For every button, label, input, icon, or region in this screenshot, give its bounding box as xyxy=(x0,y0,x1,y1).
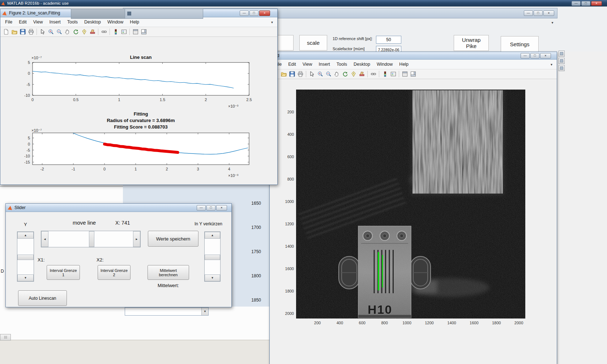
edit-plot-icon[interactable] xyxy=(308,70,316,78)
data-cursor-icon[interactable] xyxy=(349,70,358,78)
hide-plot-tools-icon[interactable] xyxy=(401,70,409,78)
scroll-up-icon[interactable]: ▲ xyxy=(205,232,220,239)
scroll-track[interactable] xyxy=(17,239,34,274)
side-panel-button[interactable] xyxy=(559,51,565,57)
open-file-icon[interactable] xyxy=(279,70,288,78)
scroll-right-icon[interactable]: ► xyxy=(133,231,140,247)
figure2-close-button[interactable]: × xyxy=(259,10,270,16)
side-panel-button[interactable] xyxy=(559,58,565,64)
link-plot-icon[interactable] xyxy=(369,70,377,78)
right-figure-window[interactable]: d — □ × FileEditViewInsertToolsDesktopWi… xyxy=(269,52,557,364)
menu-view[interactable]: View xyxy=(299,60,316,68)
figure-maximize-button[interactable]: □ xyxy=(530,53,539,58)
interval-limit-1-button[interactable]: Interval Grenze 1 xyxy=(47,265,80,280)
menu-help[interactable]: Help xyxy=(127,18,142,26)
scroll-left-icon[interactable]: ◄ xyxy=(41,231,48,247)
rotate-3d-icon[interactable] xyxy=(341,70,349,78)
brush-icon[interactable] xyxy=(88,28,97,36)
move-line-slider[interactable]: ◄ ► xyxy=(41,231,141,247)
menu-overflow-icon[interactable]: ▾ xyxy=(271,20,273,24)
figure2-minimize-button[interactable]: — xyxy=(240,10,249,16)
save-values-button[interactable]: Werte speichern xyxy=(148,231,198,247)
menu-desktop[interactable]: Desktop xyxy=(81,18,104,26)
menu-window[interactable]: Window xyxy=(104,18,127,26)
menu-file[interactable]: File xyxy=(2,18,16,26)
background-menu-overflow-icon[interactable]: ▾ xyxy=(550,21,555,26)
slider-window[interactable]: Slider — □ × Y move line X: 741 In Y ver… xyxy=(5,203,232,307)
y-slider-left[interactable]: ▲ ▼ xyxy=(17,231,34,282)
insert-colorbar-icon[interactable] xyxy=(111,28,120,36)
menu-help[interactable]: Help xyxy=(396,60,412,68)
background-minimize-button[interactable]: — xyxy=(524,10,533,16)
insert-legend-icon[interactable] xyxy=(120,28,128,36)
new-figure-icon[interactable] xyxy=(2,28,10,36)
menu-edit[interactable]: Edit xyxy=(285,60,299,68)
zoom-in-icon[interactable] xyxy=(47,28,55,36)
open-file-icon[interactable] xyxy=(10,28,18,36)
data-cursor-icon[interactable] xyxy=(80,28,88,36)
right-figure-titlebar[interactable]: d — □ × xyxy=(270,52,557,60)
compute-mean-button[interactable]: Mittelwert berechnen xyxy=(148,265,189,280)
value-dropdown[interactable]: ▼ xyxy=(125,307,209,316)
insert-legend-icon[interactable] xyxy=(389,70,397,78)
zoom-out-icon[interactable] xyxy=(55,28,63,36)
save-figure-icon[interactable] xyxy=(288,70,296,78)
scroll-down-icon[interactable]: ▼ xyxy=(205,274,220,281)
settings-button[interactable]: Settings xyxy=(501,36,539,52)
scrollbar-fragment[interactable] xyxy=(0,334,11,341)
auto-linescan-button[interactable]: Auto Linescan xyxy=(18,290,67,306)
figure-close-button[interactable]: × xyxy=(540,53,551,58)
scroll-track[interactable] xyxy=(205,239,220,274)
slider-maximize-button[interactable]: □ xyxy=(206,205,215,211)
menu-window[interactable]: Window xyxy=(373,60,396,68)
hide-plot-tools-icon[interactable] xyxy=(131,28,140,36)
menu-tools[interactable]: Tools xyxy=(64,18,81,26)
scroll-track[interactable] xyxy=(48,231,133,247)
dropdown-arrow-icon[interactable]: ▼ xyxy=(201,308,208,315)
slider-titlebar[interactable]: Slider — □ × xyxy=(6,204,231,212)
rotate-3d-icon[interactable] xyxy=(72,28,80,36)
main-maximize-button[interactable]: □ xyxy=(581,1,590,6)
print-figure-icon[interactable] xyxy=(27,28,35,36)
scroll-up-icon[interactable]: ▲ xyxy=(17,232,34,239)
menu-insert[interactable]: Insert xyxy=(316,60,333,68)
scroll-thumb[interactable] xyxy=(17,255,34,260)
slider-minimize-button[interactable]: — xyxy=(197,205,206,211)
figure2-maximize-button[interactable]: □ xyxy=(249,10,258,16)
menu-edit[interactable]: Edit xyxy=(16,18,30,26)
scale-button[interactable]: scale xyxy=(299,35,327,51)
ref-shift-input[interactable]: 50 xyxy=(376,36,401,44)
figure2-window[interactable]: Figure 2: Line_scan,Fitting — □ × FileEd… xyxy=(0,9,278,185)
link-plot-icon[interactable] xyxy=(100,28,108,36)
main-minimize-button[interactable]: — xyxy=(572,1,581,6)
figure-minimize-button[interactable]: — xyxy=(521,53,530,58)
edit-plot-icon[interactable] xyxy=(38,28,47,36)
main-close-button[interactable]: × xyxy=(591,1,602,6)
menu-view[interactable]: View xyxy=(30,18,46,26)
scroll-down-icon[interactable]: ▼ xyxy=(17,274,34,281)
show-plot-tools-icon[interactable] xyxy=(140,28,148,36)
slider-close-button[interactable]: × xyxy=(216,205,227,211)
unwrap-pike-button[interactable]: Unwrap Pike xyxy=(454,35,489,51)
interval-limit-2-button[interactable]: Interval Grenze 2 xyxy=(98,265,131,280)
menu-overflow-icon[interactable]: ▾ xyxy=(551,62,552,66)
main-window-titlebar[interactable]: MATLAB R2016b - academic use — □ × xyxy=(0,0,607,6)
show-plot-tools-icon[interactable] xyxy=(409,70,417,78)
menu-tools[interactable]: Tools xyxy=(333,60,350,68)
scroll-thumb[interactable] xyxy=(89,231,94,247)
zoom-in-icon[interactable] xyxy=(316,70,324,78)
insert-colorbar-icon[interactable] xyxy=(381,70,389,78)
scroll-thumb[interactable] xyxy=(205,255,220,260)
zoom-out-icon[interactable] xyxy=(324,70,333,78)
pan-icon[interactable] xyxy=(63,28,72,36)
pan-icon[interactable] xyxy=(333,70,341,78)
background-close-button[interactable]: × xyxy=(543,10,554,16)
menu-insert[interactable]: Insert xyxy=(46,18,64,26)
print-figure-icon[interactable] xyxy=(296,70,304,78)
side-panel-button[interactable] xyxy=(559,65,565,71)
brush-icon[interactable] xyxy=(358,70,366,78)
menu-desktop[interactable]: Desktop xyxy=(350,60,373,68)
save-figure-icon[interactable] xyxy=(18,28,27,36)
y-slider-right[interactable]: ▲ ▼ xyxy=(204,231,221,282)
background-maximize-button[interactable]: □ xyxy=(534,10,543,16)
